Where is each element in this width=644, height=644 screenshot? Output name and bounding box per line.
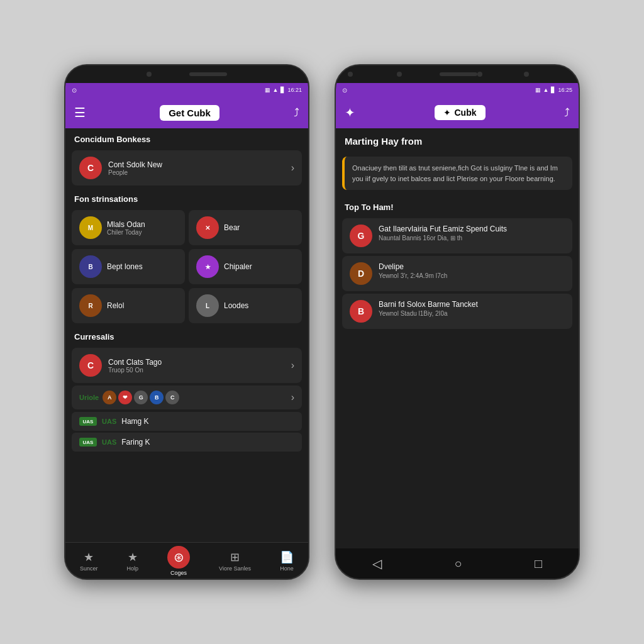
app-title-left: Get Cubk [160,105,219,121]
front-camera-right-2 [397,72,402,77]
uas-badge-1: UAS [79,417,97,426]
right-item-2-title: Dvelipe [379,262,447,271]
mlals-sub: Chiler Today [107,229,145,236]
arrow-icon-cont: › [291,162,294,174]
right-list-item-2[interactable]: D Dvelipe Yewnol 3'r, 2:4A.9m I7ch [342,256,572,291]
mlals-text: Mlals Odan Chiler Today [107,220,145,236]
right-item-2-sub: Yewnol 3'r, 2:4A.9m I7ch [379,272,447,279]
mlals-title: Mlals Odan [107,220,145,229]
grid-item-loodes[interactable]: L Loodes [189,288,302,323]
scene: ⊙ ▦ ▲ ▊ 16:21 ☰ Get Cubk ⤴ Concidum Bonk… [0,0,644,644]
nav-label-suncer: Suncer [80,565,98,572]
nav-label-hone: Hone [280,565,294,572]
right-list-item-1[interactable]: G Gat IlaervIairia Fut Eamiz Spend Cuits… [342,218,572,253]
bottom-nav-left: ★ Suncer ★ Holp ⊛ Coges ⊞ Viore Sanles 📄… [65,542,308,579]
avatar-mlals: M [79,216,102,239]
uas-badge-2: UAS [79,438,97,447]
status-bar-right: ⊙ ▦ ▲ ▊ 16:25 [336,83,579,97]
avatar-bear: ✕ [196,216,219,239]
faring-text: Faring K [121,438,150,447]
section-title-curresalis: Curresalis [65,326,308,345]
arrow-icon-clats: › [291,360,294,371]
phone-right: ⊙ ▦ ▲ ▊ 16:25 ✦ ✦ Cubk ⤴ Marting Hay fro… [335,64,580,580]
cont-clats-sub: Truop 50 On [108,367,162,374]
right-item-3-content: Barni fd Solox Barme Tancket Yewnol Stad… [379,300,478,317]
front-camera-left [147,72,152,77]
bear-title: Bear [224,223,240,232]
cont-clats-left: C Cont Clats Tago Truop 50 On [79,354,162,377]
uriole-row[interactable]: Uriole A ❤ G B C › [72,386,302,409]
avatar-right-1: G [350,225,372,247]
status-battery-r: ▊ [551,87,555,93]
cont-clats-text: Cont Clats Tago Truop 50 On [108,358,162,374]
cont-sdolk-text: Cont Sdolk New People [108,160,162,176]
uriole-avatars: A ❤ G B C [103,391,179,404]
nav-item-suncer[interactable]: ★ Suncer [80,550,98,572]
grid-item-mlals[interactable]: M Mlals Odan Chiler Today [72,210,185,245]
arrow-icon-uriole: › [291,392,294,403]
avatar-loodes: L [196,294,219,317]
cont-sdolk-sub: People [108,169,162,176]
status-left-icon: ⊙ [72,87,77,94]
grid-item-chipaler[interactable]: ★ Chipaler [189,249,302,284]
app-bar-right: ✦ ✦ Cubk ⤴ [336,97,579,128]
cubk-logo-icon: ✦ [443,108,451,118]
share-icon-right[interactable]: ⤴ [564,106,570,119]
status-battery: ▊ [280,87,285,93]
mini-avatar-3: G [134,391,148,404]
loodes-title: Loodes [224,301,248,310]
status-time-right: 16:25 [558,87,572,93]
right-app-left-icon[interactable]: ✦ [345,105,355,120]
sub-list-faring[interactable]: UAS UAS Faring K [72,433,302,452]
scroll-area-left: Concidum Bonkess C Cont Sdolk New People… [65,128,308,542]
nav-label-coges: Coges [170,570,187,576]
uriole-label: Uriole [79,394,99,401]
grid-item-relol[interactable]: R Relol [72,288,185,323]
list-item-cont-sdolk[interactable]: C Cont Sdolk New People › [72,150,302,186]
section-title-concidum: Concidum Bonkess [65,128,308,148]
mini-avatar-4: B [150,391,164,404]
nav-item-holp[interactable]: ★ Holp [127,550,139,572]
sub-list-hamg[interactable]: UAS UAS Hamg K [72,412,302,431]
grid-item-bear[interactable]: ✕ Bear [189,210,302,245]
nav-item-coges[interactable]: ⊛ Coges [167,546,190,576]
nav-icon-holp: ★ [128,550,138,564]
app-bar-left: ☰ Get Cubk ⤴ [65,97,308,128]
right-notch-extras [477,72,567,77]
message-banner: Onaciuey then tilit as tnut seniene,fich… [342,157,572,190]
front-camera-right-3 [477,72,482,77]
avatar-right-3: B [350,300,372,323]
avatar-cont-clats: C [79,354,102,377]
right-list-item-3[interactable]: B Barni fd Solox Barme Tancket Yewnol St… [342,294,572,329]
share-icon-left[interactable]: ⤴ [294,106,299,119]
nav-icon-coges: ⊛ [167,546,190,569]
bept-title: Bept lones [107,262,143,271]
right-item-3-title: Barni fd Solox Barme Tancket [379,300,478,309]
cubk-title-text: Cubk [455,108,477,118]
section-title-top: Top To Ham! [336,196,579,216]
grid-item-bept[interactable]: B Bept lones [72,249,185,284]
front-camera-right-1 [348,72,353,77]
status-right-icon: ⊙ [342,87,347,94]
mini-avatar-1: A [103,391,116,404]
nav-icon-hone: 📄 [280,550,294,564]
phone-left: ⊙ ▦ ▲ ▊ 16:21 ☰ Get Cubk ⤴ Concidum Bonk… [64,64,309,580]
nav-icon-suncer: ★ [84,550,94,564]
nav-item-hone[interactable]: 📄 Hone [280,550,294,572]
nav-recents[interactable]: □ [535,557,542,571]
cont-clats-title: Cont Clats Tago [108,358,162,367]
hamg-text: Hamg K [121,417,148,426]
right-item-1-content: Gat IlaervIairia Fut Eamiz Spend Cuits N… [379,225,507,242]
list-item-left-cont: C Cont Sdolk New People [79,157,162,179]
list-item-cont-clats[interactable]: C Cont Clats Tago Truop 50 On › [72,348,302,383]
nav-back[interactable]: ◁ [372,556,382,571]
main-title-right: Marting Hay from [336,128,579,150]
scroll-area-right: Marting Hay from Onaciuey then tilit as … [336,128,579,548]
right-item-1-title: Gat IlaervIairia Fut Eamiz Spend Cuits [379,225,507,233]
right-item-2-content: Dvelipe Yewnol 3'r, 2:4A.9m I7ch [379,262,447,279]
nav-item-viore[interactable]: ⊞ Viore Sanles [219,550,251,572]
status-icons-left: ▦ ▲ ▊ 16:21 [265,87,302,93]
right-item-3-sub: Yewnol Stadu l1Biy, 2I0a [379,310,478,317]
nav-home[interactable]: ○ [454,557,462,571]
hamburger-icon[interactable]: ☰ [74,105,86,120]
